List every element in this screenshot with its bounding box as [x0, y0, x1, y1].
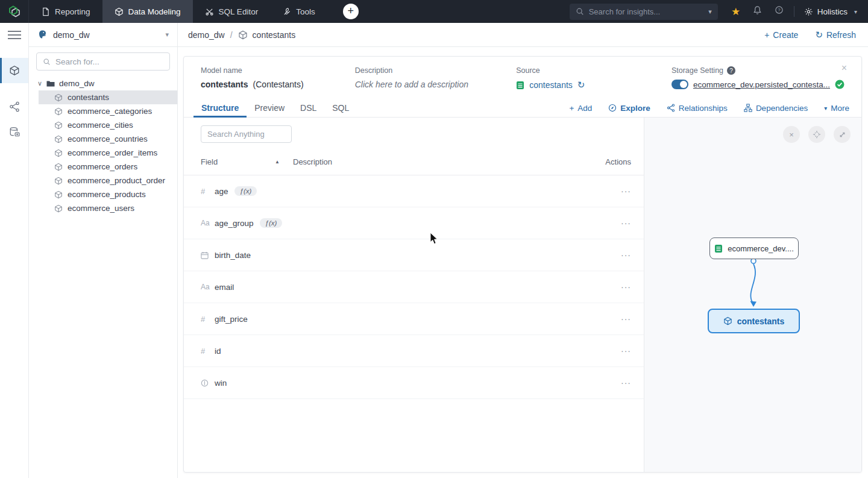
- field-row-age[interactable]: # age ƒ(x) ···: [184, 175, 644, 207]
- rail-item-models[interactable]: [0, 58, 28, 83]
- storage-setting-label: Storage Setting: [671, 66, 723, 75]
- tab-preview[interactable]: Preview: [247, 99, 292, 117]
- create-button-label: Create: [773, 30, 798, 40]
- more-button[interactable]: ▾ More: [824, 104, 849, 113]
- model-node-label: contestants: [737, 316, 785, 326]
- field-row-gift-price[interactable]: # gift_price ···: [184, 303, 644, 335]
- number-type-icon: #: [201, 347, 212, 356]
- nav-item-tools[interactable]: Tools: [270, 0, 327, 23]
- nav-item-label: Reporting: [55, 7, 90, 16]
- row-actions-menu[interactable]: ···: [621, 186, 631, 196]
- sitemap-icon: [744, 104, 752, 112]
- model-page-content: Model name contestants (Contestants) Des…: [178, 47, 868, 478]
- field-row-id[interactable]: # id ···: [184, 335, 644, 367]
- refresh-button[interactable]: ↻ Refresh: [815, 30, 856, 40]
- row-actions-menu[interactable]: ···: [621, 218, 631, 228]
- model-item-label: ecommerce_product_order: [68, 176, 165, 185]
- source-node-label: ecommerce_dev....: [728, 244, 794, 253]
- notifications-bell-icon[interactable]: [747, 5, 769, 17]
- help-icon[interactable]: ?: [769, 5, 790, 17]
- favorites-star-icon[interactable]: ★: [725, 5, 747, 18]
- global-search[interactable]: Search for insights... ▾: [570, 4, 718, 20]
- tab-label: Preview: [254, 103, 285, 113]
- sidebar-item-contestants[interactable]: contestants: [39, 90, 177, 104]
- tree-folder-demo-dw[interactable]: ∨ demo_dw: [29, 77, 177, 90]
- sidebar-item-ecommerce-countries[interactable]: ecommerce_countries: [39, 132, 177, 146]
- source-refresh-icon[interactable]: ↻: [577, 80, 585, 90]
- diagram-node-source-table[interactable]: ecommerce_dev....: [709, 237, 799, 259]
- holistics-logo-icon: [8, 5, 21, 18]
- nav-item-sql-editor[interactable]: SQL Editor: [193, 0, 271, 23]
- holistics-logo[interactable]: [0, 0, 29, 23]
- row-actions-menu[interactable]: ···: [621, 314, 631, 324]
- nav-item-data-modeling[interactable]: Data Modeling: [102, 0, 193, 23]
- tab-sql[interactable]: SQL: [324, 99, 357, 117]
- cube-icon: [54, 107, 63, 116]
- nav-item-reporting[interactable]: Reporting: [29, 0, 102, 23]
- cube-icon: [9, 65, 20, 76]
- sidebar-item-ecommerce-orders[interactable]: ecommerce_orders: [39, 160, 177, 174]
- close-icon[interactable]: ×: [841, 63, 847, 74]
- add-field-button[interactable]: + Add: [569, 104, 592, 113]
- description-placeholder[interactable]: Click here to add a description: [355, 80, 468, 89]
- rail-item-data-sources[interactable]: [0, 119, 28, 145]
- column-header-field[interactable]: Field ▲: [201, 157, 293, 166]
- dependencies-button[interactable]: Dependencies: [744, 104, 808, 113]
- add-label: Add: [577, 104, 592, 113]
- model-item-label: ecommerce_order_items: [68, 148, 157, 157]
- sidebar-item-ecommerce-products[interactable]: ecommerce_products: [39, 187, 177, 201]
- row-actions-menu[interactable]: ···: [621, 346, 631, 356]
- relationships-button[interactable]: Relationships: [667, 104, 728, 113]
- field-row-birth-date[interactable]: birth_date ···: [184, 239, 644, 271]
- explore-button[interactable]: Explore: [608, 104, 650, 113]
- field-row-email[interactable]: Aa email ···: [184, 271, 644, 303]
- sheet-icon: [516, 81, 524, 90]
- field-row-win[interactable]: win ···: [184, 367, 644, 399]
- row-actions-menu[interactable]: ···: [621, 250, 631, 260]
- sidebar-item-ecommerce-order-items[interactable]: ecommerce_order_items: [39, 146, 177, 160]
- row-actions-menu[interactable]: ···: [621, 282, 631, 292]
- tab-structure[interactable]: Structure: [193, 99, 247, 117]
- folder-icon: [46, 80, 55, 87]
- source-label: Source: [516, 66, 671, 75]
- sidebar-item-ecommerce-categories[interactable]: ecommerce_categories: [39, 104, 177, 118]
- workspace-menu[interactable]: Holistics ▾: [798, 7, 860, 16]
- tab-dsl[interactable]: DSL: [292, 99, 324, 117]
- diagram-center-button[interactable]: [808, 126, 825, 143]
- collapse-sidebar-button[interactable]: [0, 23, 28, 47]
- storage-help-icon[interactable]: ?: [727, 66, 735, 75]
- lineage-edge: [644, 118, 862, 473]
- refresh-icon: ↻: [815, 30, 823, 40]
- breadcrumb-parent[interactable]: demo_dw: [188, 30, 225, 40]
- sidebar-item-ecommerce-product-order[interactable]: ecommerce_product_order: [39, 174, 177, 187]
- storage-toggle[interactable]: [671, 80, 688, 89]
- calculated-field-badge: ƒ(x): [260, 218, 283, 228]
- row-actions-menu[interactable]: ···: [621, 378, 631, 388]
- field-row-age-group[interactable]: Aa age_group ƒ(x) ···: [184, 207, 644, 239]
- new-item-button[interactable]: +: [343, 4, 359, 19]
- topnav-divider: [794, 6, 794, 17]
- create-button[interactable]: + Create: [764, 30, 798, 40]
- diagram-expand-button[interactable]: [834, 126, 851, 143]
- wrench-icon: [282, 7, 291, 16]
- field-name: id: [215, 347, 221, 356]
- diagram-node-contestants[interactable]: contestants: [708, 309, 800, 333]
- description-section: Description Click here to add a descript…: [355, 66, 517, 90]
- cube-icon: [723, 316, 732, 325]
- plus-icon: +: [347, 5, 354, 17]
- workspace-name: Holistics: [817, 7, 848, 16]
- cube-icon: [115, 7, 124, 16]
- rail-item-relationships[interactable]: [0, 94, 28, 119]
- explore-compass-icon: [608, 104, 617, 112]
- storage-table-link[interactable]: ecommerce_dev.persisted_contesta...: [693, 80, 830, 89]
- source-link[interactable]: contestants: [529, 80, 573, 90]
- sidebar-item-ecommerce-cities[interactable]: ecommerce_cities: [39, 118, 177, 132]
- sidebar-item-ecommerce-users[interactable]: ecommerce_users: [39, 201, 177, 215]
- breadcrumb-current[interactable]: contestants: [238, 30, 296, 40]
- sidebar-search-input[interactable]: Search for...: [36, 52, 170, 71]
- field-search-input[interactable]: [201, 125, 292, 143]
- model-item-label: ecommerce_orders: [68, 162, 137, 171]
- diagram-close-button[interactable]: ×: [783, 126, 800, 143]
- star-glyph: ★: [731, 6, 740, 17]
- datasource-selector[interactable]: demo_dw ▾: [29, 23, 177, 47]
